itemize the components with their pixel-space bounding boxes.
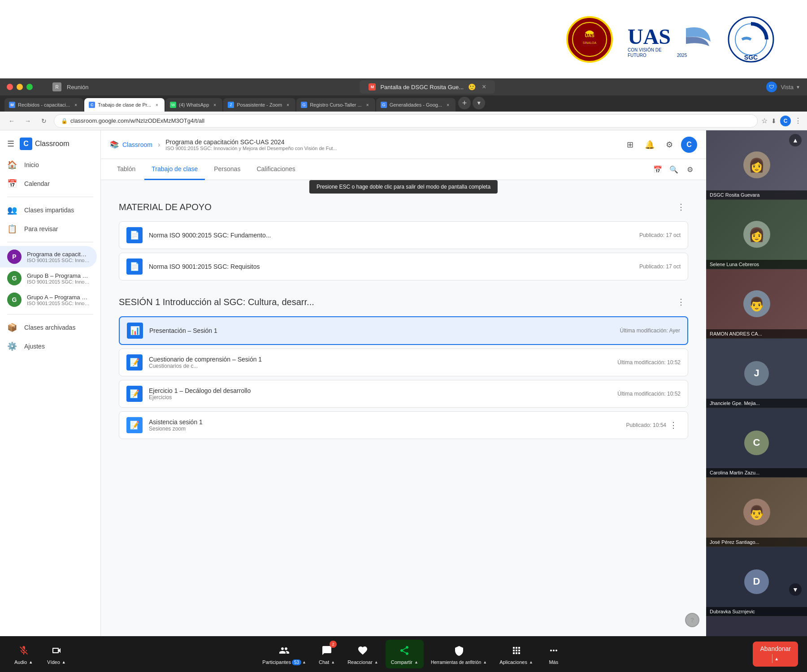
- sidebar-item-calendar[interactable]: 📅 Calendar: [0, 174, 97, 193]
- tab-overflow-button[interactable]: ▼: [473, 97, 485, 109]
- material-asistencia[interactable]: 📝 Asistencia sesión 1 Sesiones zoom Publ…: [119, 411, 688, 439]
- user-avatar[interactable]: C: [681, 137, 697, 153]
- tab6-close[interactable]: ×: [445, 102, 451, 108]
- minimize-button[interactable]: [17, 84, 23, 90]
- sidebar-item-para-revisar[interactable]: 📋 Para revisar: [0, 220, 97, 238]
- sidebar-item-grupo-a[interactable]: G Grupo A – Programa de capa... ISO 9001…: [0, 289, 97, 310]
- sidebar-item-grupo-b[interactable]: G Grupo B – Programa de capa... ISO 9001…: [0, 267, 97, 289]
- participant-face-6: 👨: [743, 499, 770, 526]
- tab1-close[interactable]: ×: [73, 102, 79, 108]
- participants-nav-up[interactable]: ▲: [789, 134, 802, 146]
- tab-recibidos[interactable]: M Recibidos - capacitaci... ×: [4, 98, 83, 112]
- reload-button[interactable]: ↻: [38, 115, 50, 127]
- back-button[interactable]: ←: [5, 115, 18, 127]
- tab-tablon[interactable]: Tablón: [110, 159, 143, 180]
- sidebar-item-inicio[interactable]: 🏠 Inicio: [0, 155, 97, 174]
- participants-nav-down[interactable]: ▼: [789, 583, 802, 596]
- content-scroll[interactable]: MATERIAL DE APOYO ⋮ 📄 Norma ISO 9000:201…: [101, 180, 706, 636]
- tab3-close[interactable]: ×: [212, 102, 218, 108]
- new-tab-button[interactable]: +: [458, 97, 471, 109]
- audio-button[interactable]: Audio ▲: [9, 640, 38, 668]
- more-options-icon[interactable]: ⋮: [794, 116, 802, 125]
- norma2-icon: 📄: [126, 258, 143, 275]
- calendar-view-icon[interactable]: 📅: [651, 162, 665, 177]
- help-button[interactable]: ?: [685, 613, 699, 627]
- grid-icon[interactable]: ⊞: [622, 137, 638, 153]
- host-dropdown-icon[interactable]: ▲: [483, 660, 487, 664]
- share-dropdown-icon[interactable]: ▲: [414, 660, 418, 664]
- sidebar-item-clases-archivadas[interactable]: 📦 Clases archivadas: [0, 318, 97, 337]
- tab-emoji-indicator[interactable]: 🙂: [468, 83, 476, 90]
- forward-button[interactable]: →: [22, 115, 34, 127]
- ejercicio-info: Ejercicio 1 – Decálogo del desarrollo Ej…: [149, 387, 617, 401]
- address-bar[interactable]: 🔒 classroom.google.com/w/NzIzODExMzM3OTg…: [54, 114, 758, 128]
- svg-text:UAS: UAS: [585, 33, 594, 38]
- tab-registro[interactable]: G Registro Curso-Taller ... ×: [296, 98, 375, 112]
- active-tab-label: Pantalla de DSGC Rosita Gue...: [380, 84, 464, 90]
- participants-dropdown-icon[interactable]: ▲: [302, 660, 306, 664]
- material-norma1[interactable]: 📄 Norma ISO 9000:2015 SGC: Fundamento...…: [119, 221, 688, 249]
- tab-whatsapp[interactable]: W (4) WhatsApp ×: [165, 98, 222, 112]
- sidebar-item-clases-impartidas[interactable]: 👥 Clases impartidas: [0, 201, 97, 220]
- filter-icon[interactable]: 🔍: [667, 162, 681, 177]
- tab-trabajo-clase[interactable]: C Trabajo de clase de Pr... ×: [84, 98, 165, 112]
- settings-header-icon[interactable]: ⚙: [661, 137, 677, 153]
- breadcrumb[interactable]: 📚 Classroom: [110, 140, 152, 149]
- presentacion-icon: 📊: [127, 323, 143, 339]
- chat-button[interactable]: 2 Chat ▲: [313, 640, 340, 668]
- asistencia-actions[interactable]: ⋮: [666, 418, 681, 432]
- hamburger-menu[interactable]: ☰: [7, 139, 14, 149]
- section-menu-btn-apoyo[interactable]: ⋮: [674, 200, 688, 214]
- tab-trabajo-clase-page[interactable]: Trabajo de clase: [144, 159, 205, 180]
- participant-avatar-5: C: [744, 431, 769, 455]
- material-ejercicio[interactable]: 📝 Ejercicio 1 – Decálogo del desarrollo …: [119, 380, 688, 408]
- gear-page-icon[interactable]: ⚙: [683, 162, 697, 177]
- reactions-dropdown-icon[interactable]: ▲: [374, 660, 378, 664]
- tab-calificaciones[interactable]: Calificaciones: [249, 159, 302, 180]
- material-norma2[interactable]: 📄 Norma ISO 9001:2015 SGC: Requisitos Pu…: [119, 253, 688, 280]
- participant-name-1: DSGC Rosita Guevara: [706, 190, 807, 199]
- sidebar-header: ☰ C Classroom: [0, 134, 100, 154]
- participants-button[interactable]: Participantes 53 ▲: [257, 640, 312, 669]
- profile-icon[interactable]: C: [780, 116, 791, 126]
- tab-generalidades[interactable]: G Generalidades - Goog... ×: [376, 98, 456, 112]
- tab-zoom[interactable]: Z Posasistente - Zoom ×: [223, 98, 295, 112]
- share-button[interactable]: Compartir ▲: [386, 640, 424, 668]
- notifications-icon[interactable]: 🔔: [642, 137, 658, 153]
- sidebar-item-ajustes[interactable]: ⚙️ Ajustes: [0, 337, 97, 356]
- more-icon: [547, 643, 561, 658]
- material-presentacion[interactable]: 📊 Presentación – Sesión 1 Última modific…: [119, 316, 688, 345]
- apps-dropdown-icon[interactable]: ▲: [529, 660, 533, 664]
- svg-text:2025: 2025: [677, 53, 687, 58]
- participant-video-7: D: [706, 547, 807, 616]
- apps-button[interactable]: Aplicaciones ▲: [494, 640, 538, 668]
- more-button[interactable]: Más: [540, 640, 567, 668]
- tab4-close[interactable]: ×: [285, 102, 291, 108]
- browser-window: R Reunión M Pantalla de DSGC Rosita Gue.…: [0, 78, 807, 672]
- video-button[interactable]: Vídeo ▲: [42, 640, 71, 668]
- tab6-icon: G: [381, 102, 387, 108]
- leave-dropdown-icon[interactable]: ▲: [772, 654, 781, 663]
- tab2-close[interactable]: ×: [154, 102, 160, 108]
- material-cuestionario[interactable]: 📝 Cuestionario de comprensión – Sesión 1…: [119, 349, 688, 376]
- host-tools-button[interactable]: Herramientas de anfitrión ▲: [425, 640, 492, 668]
- reactions-button[interactable]: Reaccionar ▲: [342, 640, 384, 668]
- audio-dropdown-icon[interactable]: ▲: [29, 660, 33, 664]
- tab-personas[interactable]: Personas: [207, 159, 247, 180]
- video-dropdown-icon[interactable]: ▲: [62, 660, 66, 664]
- vista-button[interactable]: Vista ▼: [781, 84, 800, 90]
- tab-close-active[interactable]: ×: [482, 83, 486, 91]
- sidebar-item-programa-s[interactable]: P Programa de capacitación S... ISO 9001…: [0, 246, 97, 267]
- archive-icon: 📦: [7, 323, 17, 332]
- section-menu-btn-sesion1[interactable]: ⋮: [674, 295, 688, 309]
- close-button[interactable]: [7, 84, 13, 90]
- leave-button[interactable]: Abandonar ▲: [753, 642, 798, 667]
- tab5-close[interactable]: ×: [364, 102, 371, 108]
- bookmark-icon[interactable]: ☆: [761, 116, 768, 125]
- maximize-button[interactable]: [26, 84, 33, 90]
- chat-dropdown-icon[interactable]: ▲: [331, 660, 335, 664]
- breadcrumb-separator: ›: [158, 141, 160, 149]
- main-content: ☰ C Classroom 🏠 Inicio 📅 Calendar 👥 Clas…: [0, 130, 807, 636]
- participant-name-2: Selene Luna Cebreros: [706, 260, 807, 269]
- download-icon[interactable]: ⬇: [771, 117, 777, 125]
